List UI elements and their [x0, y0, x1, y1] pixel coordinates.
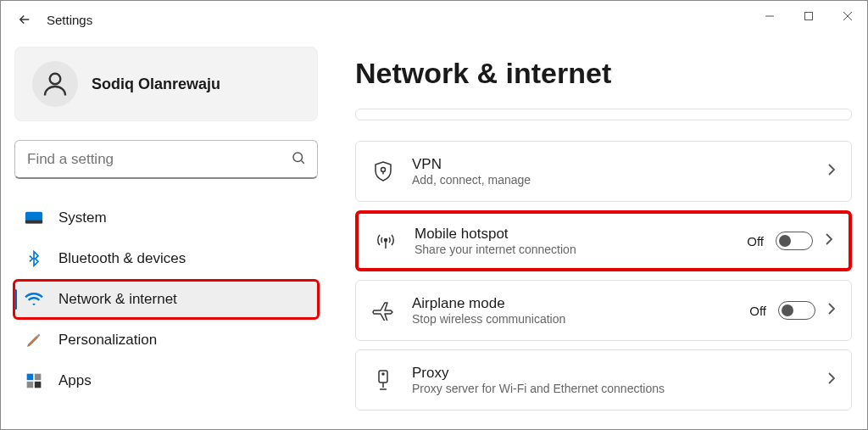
close-button[interactable]: [828, 1, 867, 31]
arrow-left-icon: [17, 12, 32, 27]
setting-sub: Add, connect, manage: [412, 173, 810, 187]
sidebar-item-label: Bluetooth & devices: [58, 250, 186, 267]
sidebar-item-apps[interactable]: Apps: [14, 362, 318, 399]
wifi-icon: [23, 292, 45, 307]
hotspot-toggle[interactable]: [776, 232, 813, 250]
user-name: Sodiq Olanrewaju: [92, 75, 220, 93]
close-icon: [843, 11, 853, 21]
setting-row-previous[interactable]: [355, 109, 852, 120]
setting-sub: Stop wireless communication: [412, 312, 732, 326]
hotspot-icon: [374, 232, 398, 250]
proxy-icon: [371, 369, 395, 391]
sidebar-item-label: Apps: [58, 372, 92, 389]
setting-title: Mobile hotspot: [415, 226, 730, 243]
svg-rect-12: [379, 371, 387, 383]
svg-point-10: [381, 168, 386, 172]
svg-rect-6: [27, 374, 34, 381]
paintbrush-icon: [23, 332, 45, 349]
sidebar-item-label: Network & internet: [58, 291, 177, 308]
bluetooth-icon: [23, 250, 45, 267]
setting-title: Proxy: [412, 365, 810, 382]
window-title: Settings: [47, 13, 92, 27]
person-icon: [40, 69, 70, 99]
minimize-icon: [765, 11, 775, 21]
svg-rect-5: [25, 221, 42, 224]
minimize-button[interactable]: [750, 1, 789, 31]
svg-rect-7: [35, 374, 42, 381]
setting-title: VPN: [412, 156, 810, 173]
system-icon: [23, 210, 45, 226]
maximize-button[interactable]: [789, 1, 828, 31]
svg-point-13: [382, 373, 384, 375]
setting-title: Airplane mode: [412, 295, 732, 312]
sidebar-item-personalization[interactable]: Personalization: [14, 321, 318, 359]
setting-row-hotspot[interactable]: Mobile hotspot Share your internet conne…: [355, 210, 852, 271]
setting-sub: Proxy server for Wi-Fi and Ethernet conn…: [412, 382, 810, 395]
svg-rect-8: [27, 382, 34, 388]
airplane-icon: [371, 300, 395, 321]
page-title: Network & internet: [355, 57, 852, 90]
sidebar-item-label: Personalization: [58, 332, 157, 349]
apps-icon: [23, 372, 45, 389]
setting-row-vpn[interactable]: VPN Add, connect, manage: [355, 141, 852, 202]
search-icon: [291, 150, 306, 169]
svg-point-2: [50, 74, 61, 85]
sidebar-item-network[interactable]: Network & internet: [14, 281, 318, 318]
maximize-icon: [804, 11, 814, 21]
chevron-right-icon: [825, 232, 833, 249]
sidebar-item-system[interactable]: System: [14, 199, 318, 237]
shield-icon: [371, 160, 395, 182]
svg-rect-1: [805, 13, 813, 20]
chevron-right-icon: [827, 163, 836, 180]
sidebar-item-label: System: [58, 209, 107, 226]
setting-sub: Share your internet connection: [415, 243, 730, 256]
airplane-toggle[interactable]: [778, 301, 815, 320]
sidebar-item-bluetooth[interactable]: Bluetooth & devices: [14, 240, 318, 277]
setting-row-proxy[interactable]: Proxy Proxy server for Wi-Fi and Etherne…: [355, 349, 852, 410]
chevron-right-icon: [827, 302, 836, 319]
chevron-right-icon: [827, 371, 836, 388]
avatar: [32, 61, 78, 107]
user-card[interactable]: Sodiq Olanrewaju: [14, 47, 318, 121]
svg-point-3: [293, 153, 303, 162]
svg-rect-9: [35, 382, 42, 388]
setting-row-airplane[interactable]: Airplane mode Stop wireless communicatio…: [355, 280, 852, 341]
back-button[interactable]: [8, 3, 42, 36]
toggle-state: Off: [747, 234, 764, 249]
search-input[interactable]: [14, 140, 318, 179]
toggle-state: Off: [749, 304, 766, 318]
